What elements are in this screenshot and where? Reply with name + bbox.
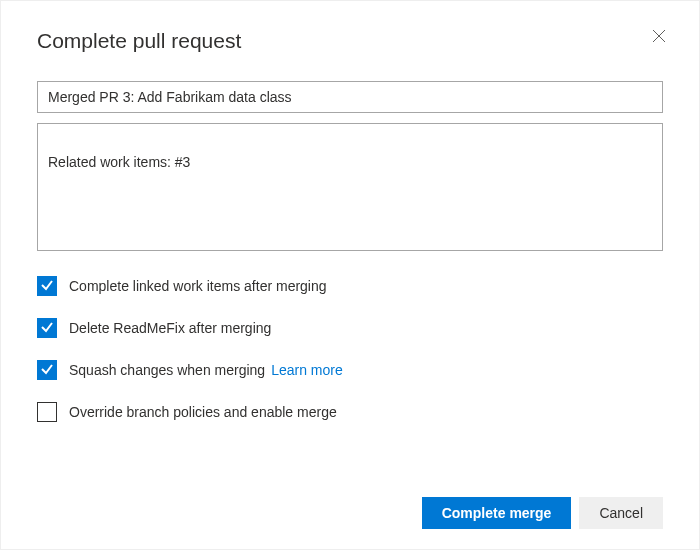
option-complete-work-items: Complete linked work items after merging — [37, 276, 663, 296]
check-icon — [40, 362, 54, 379]
checkbox-override-policies[interactable] — [37, 402, 57, 422]
option-squash: Squash changes when merging Learn more — [37, 360, 663, 380]
option-override-policies: Override branch policies and enable merg… — [37, 402, 663, 422]
checkbox-label: Delete ReadMeFix after merging — [69, 320, 271, 336]
cancel-button[interactable]: Cancel — [579, 497, 663, 529]
checkbox-label: Override branch policies and enable merg… — [69, 404, 337, 420]
complete-pr-dialog: Complete pull request Related work items… — [0, 0, 700, 550]
check-icon — [40, 278, 54, 295]
checkbox-delete-branch[interactable] — [37, 318, 57, 338]
option-delete-branch: Delete ReadMeFix after merging — [37, 318, 663, 338]
checkbox-label: Squash changes when merging — [69, 362, 265, 378]
checkbox-complete-work-items[interactable] — [37, 276, 57, 296]
learn-more-link[interactable]: Learn more — [271, 362, 343, 378]
dialog-title: Complete pull request — [37, 29, 663, 53]
commit-title-input[interactable] — [37, 81, 663, 113]
complete-merge-button[interactable]: Complete merge — [422, 497, 572, 529]
close-icon — [652, 29, 666, 46]
checkbox-label: Complete linked work items after merging — [69, 278, 327, 294]
close-button[interactable] — [643, 21, 675, 53]
description-textarea[interactable]: Related work items: #3 — [37, 123, 663, 251]
dialog-footer: Complete merge Cancel — [422, 497, 663, 529]
checkbox-squash[interactable] — [37, 360, 57, 380]
check-icon — [40, 320, 54, 337]
